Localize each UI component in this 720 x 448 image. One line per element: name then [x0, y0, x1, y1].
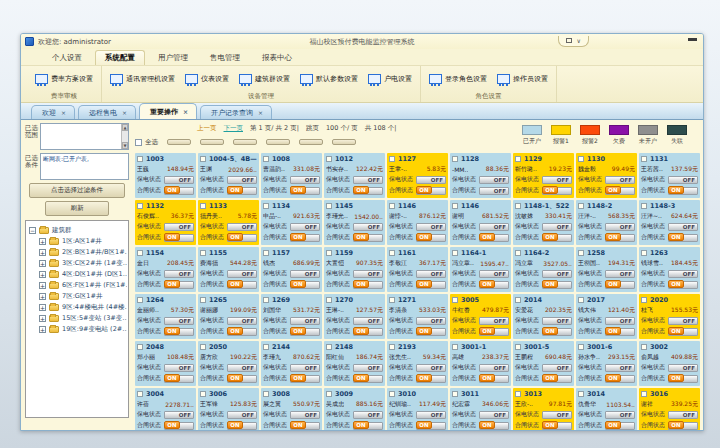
switch-status-toggle[interactable]: ON	[542, 234, 572, 242]
protect-status-toggle[interactable]: OFF	[164, 411, 194, 419]
switch-status-toggle[interactable]: ON	[605, 281, 635, 289]
protect-status-toggle[interactable]: OFF	[416, 317, 446, 325]
expand-icon[interactable]: +	[39, 249, 46, 256]
document-tab[interactable]: 欢迎 ×	[31, 105, 75, 119]
switch-status-toggle[interactable]: ON	[668, 187, 698, 195]
protect-status-toggle[interactable]: OFF	[605, 270, 635, 278]
ribbon-button[interactable]: 仪表设置	[185, 74, 229, 84]
card-checkbox[interactable]	[137, 297, 143, 303]
protect-status-toggle[interactable]: OFF	[353, 223, 383, 231]
protect-status-toggle[interactable]: OFF	[164, 317, 194, 325]
card-checkbox[interactable]	[389, 391, 395, 397]
expand-icon[interactable]: +	[39, 282, 46, 289]
tree-node[interactable]: + 7区:G区1#井	[39, 292, 127, 301]
expand-icon[interactable]: +	[39, 260, 46, 267]
protect-status-toggle[interactable]: OFF	[227, 223, 257, 231]
tree-node[interactable]: + 9区:4#楼电井 (4#楼…	[39, 303, 127, 312]
card-checkbox[interactable]	[263, 344, 269, 350]
protect-status-toggle[interactable]: OFF	[353, 411, 383, 419]
protect-status-toggle[interactable]: OFF	[479, 270, 509, 278]
menu-tab[interactable]: 个人设置	[43, 51, 91, 65]
switch-status-toggle[interactable]: ON	[227, 281, 257, 289]
switch-status-toggle[interactable]: ON	[227, 328, 257, 336]
protect-status-toggle[interactable]: OFF	[290, 176, 320, 184]
switch-status-toggle[interactable]: ON	[479, 281, 509, 289]
protect-status-toggle[interactable]: OFF	[416, 270, 446, 278]
card-checkbox[interactable]	[200, 203, 206, 209]
switch-status-toggle[interactable]: ON	[668, 281, 698, 289]
close-icon[interactable]: ×	[61, 109, 66, 116]
protect-status-toggle[interactable]: OFF	[479, 364, 509, 372]
card-checkbox[interactable]	[641, 344, 647, 350]
switch-status-toggle[interactable]: ON	[353, 375, 383, 383]
card-checkbox[interactable]	[263, 297, 269, 303]
protect-status-toggle[interactable]: OFF	[227, 270, 257, 278]
protect-status-toggle[interactable]: OFF	[416, 223, 446, 231]
protect-status-toggle[interactable]: OFF	[479, 317, 509, 325]
listbox-scrollbar[interactable]: ▲▼	[121, 124, 128, 149]
next-page-link[interactable]: 下一页	[224, 124, 244, 133]
switch-status-toggle[interactable]: ON	[605, 375, 635, 383]
switch-status-toggle[interactable]: ON	[227, 422, 257, 430]
protect-status-toggle[interactable]: OFF	[668, 411, 698, 419]
card-checkbox[interactable]	[137, 203, 143, 209]
protect-status-toggle[interactable]: OFF	[605, 411, 635, 419]
protect-status-toggle[interactable]: OFF	[164, 176, 194, 184]
card-checkbox[interactable]	[326, 156, 332, 162]
card-checkbox[interactable]	[326, 391, 332, 397]
switch-status-toggle[interactable]: ON	[353, 328, 383, 336]
card-checkbox[interactable]	[200, 344, 206, 350]
tree-node[interactable]: + 6区:F区1#井 (F区1#…	[39, 281, 127, 290]
restore-icon[interactable]	[566, 38, 572, 43]
prev-page-link[interactable]: 上一页	[197, 124, 217, 133]
switch-status-toggle[interactable]: ON	[290, 234, 320, 242]
card-checkbox[interactable]	[515, 297, 521, 303]
card-checkbox[interactable]	[326, 203, 332, 209]
card-checkbox[interactable]	[452, 156, 458, 162]
menu-tab[interactable]: 系统配置	[95, 50, 145, 65]
close-icon[interactable]: ×	[122, 109, 127, 116]
protect-status-toggle[interactable]: OFF	[605, 317, 635, 325]
switch-status-toggle[interactable]: ON	[164, 375, 194, 383]
action-button[interactable]	[266, 139, 290, 145]
card-checkbox[interactable]	[452, 297, 458, 303]
card-checkbox[interactable]	[263, 156, 269, 162]
document-tab[interactable]: 远程售电 ×	[78, 105, 136, 119]
card-checkbox[interactable]	[641, 250, 647, 256]
chevron-down-icon[interactable]: ∨	[577, 38, 581, 44]
protect-status-toggle[interactable]: OFF	[353, 317, 383, 325]
switch-status-toggle[interactable]: ON	[668, 234, 698, 242]
protect-status-toggle[interactable]: OFF	[353, 364, 383, 372]
ribbon-button[interactable]: 默认参数设置	[300, 74, 358, 84]
protect-status-toggle[interactable]: OFF	[668, 317, 698, 325]
switch-status-toggle[interactable]: ON	[542, 281, 572, 289]
card-checkbox[interactable]	[578, 156, 584, 162]
action-button[interactable]	[299, 139, 323, 145]
switch-status-toggle[interactable]: ON	[605, 234, 635, 242]
protect-status-toggle[interactable]: OFF	[668, 270, 698, 278]
protect-status-toggle[interactable]: OFF	[353, 176, 383, 184]
card-checkbox[interactable]	[389, 250, 395, 256]
action-button[interactable]	[167, 139, 191, 145]
action-button[interactable]	[332, 139, 356, 145]
ribbon-button[interactable]: 操作员设置	[497, 74, 548, 84]
switch-status-toggle[interactable]: ON	[542, 422, 572, 430]
select-all-checkbox[interactable]	[135, 139, 142, 146]
card-checkbox[interactable]	[641, 297, 647, 303]
switch-status-toggle[interactable]: ON	[353, 234, 383, 242]
switch-status-toggle[interactable]: ON	[227, 375, 257, 383]
card-checkbox[interactable]	[578, 391, 584, 397]
expand-icon[interactable]: +	[39, 238, 46, 245]
protect-status-toggle[interactable]: OFF	[479, 223, 509, 231]
card-checkbox[interactable]	[326, 297, 332, 303]
switch-status-toggle[interactable]: ON	[668, 328, 698, 336]
switch-status-toggle[interactable]: ON	[353, 281, 383, 289]
switch-status-toggle[interactable]: ON	[605, 187, 635, 195]
card-checkbox[interactable]	[200, 156, 206, 162]
card-checkbox[interactable]	[641, 203, 647, 209]
expand-icon[interactable]: +	[39, 315, 46, 322]
expand-icon[interactable]: +	[39, 293, 46, 300]
protect-status-toggle[interactable]: OFF	[290, 364, 320, 372]
collapse-icon[interactable]: −	[29, 227, 36, 234]
ribbon-button[interactable]: 费率方案设置	[35, 74, 93, 84]
